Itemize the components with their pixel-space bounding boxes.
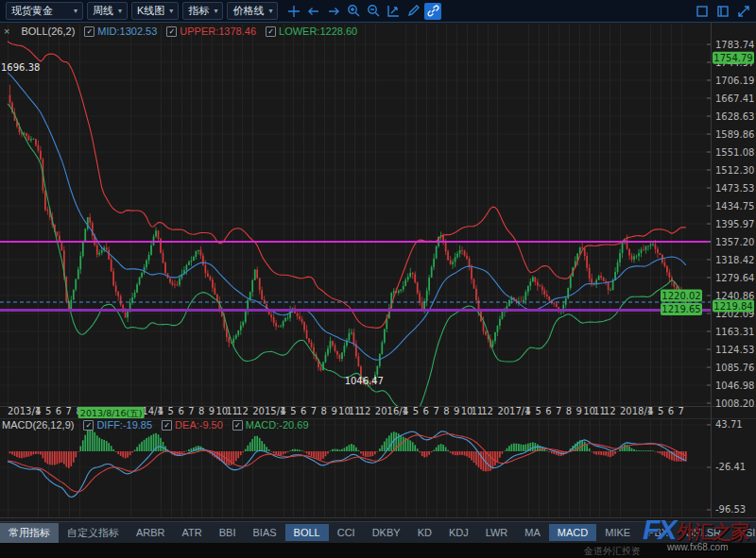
svg-text:5: 5 [658,406,663,416]
top-toolbar: 现货黄金 ▾ 周线 ▾ K线图 ▾ 指标 ▾ 价格线 ▾ [0,0,756,23]
checkbox-icon[interactable]: ✓ [266,26,276,37]
fullscreen-icon[interactable] [735,3,752,20]
svg-text:12: 12 [604,406,616,416]
chart-canvas[interactable]: 1783.741744.971706.191667.411628.631589.… [0,0,756,558]
svg-text:1628.63: 1628.63 [715,111,754,122]
indicator-tab-常用指标[interactable]: 常用指标 [0,523,59,543]
svg-text:6: 6 [56,406,61,416]
svg-text:1220.02: 1220.02 [662,291,700,301]
price-line-select-label: 价格线 [232,4,264,18]
svg-text:7: 7 [66,406,72,416]
macd-legend: MACD(26,12,9) ✓ DIFF:-19.85 ✓ DEA:-9.50 … [2,419,309,431]
boll-lower-value: LOWER:1228.60 [279,25,357,37]
close-icon[interactable]: × [4,25,9,37]
checkbox-icon[interactable]: ✓ [84,26,94,37]
indicator-tab-KDJ[interactable]: KDJ [440,524,477,541]
indicator-tab-BIAS[interactable]: BIAS [244,524,284,541]
macd-hist-value: MACD:-20.69 [246,419,309,431]
indicator-select-label: 指标 [188,4,209,18]
svg-text:43.71: 43.71 [715,419,743,430]
svg-text:4: 4 [158,406,163,416]
svg-text:1783.74: 1783.74 [715,40,754,50]
svg-text:1473.53: 1473.53 [715,183,754,194]
svg-text:7: 7 [311,406,317,416]
chevron-down-icon: ▾ [268,8,272,15]
axis-scale-icon[interactable] [385,3,402,20]
period-select-label: 周线 [93,4,113,18]
svg-text:7: 7 [433,406,438,416]
macd-diff-toggle[interactable]: ✓ DIFF:-19.85 [83,419,152,431]
symbol-select-label: 现货黄金 [11,4,53,18]
svg-text:1163.31: 1163.31 [715,327,754,337]
svg-text:1219.65: 1219.65 [662,304,700,314]
symbol-select[interactable]: 现货黄金 ▾ [6,2,83,20]
indicator-tab-MA[interactable]: MA [516,524,549,541]
svg-text:9: 9 [331,406,336,416]
svg-text:2013/8/16(五): 2013/8/16(五) [80,408,143,418]
toolbar-icon-group [285,3,441,20]
trading-app-window: 1783.741744.971706.191667.411628.631589.… [0,0,756,558]
indicator-tab-MACD[interactable]: MACD [549,524,596,541]
macd-dea-value: DEA:-9.50 [175,419,223,431]
svg-text:4: 4 [403,406,408,416]
macd-dea-toggle[interactable]: ✓ DEA:-9.50 [162,419,223,431]
chevron-down-icon: ▾ [169,8,173,15]
checkbox-icon[interactable]: ✓ [232,420,243,431]
link-icon[interactable] [424,3,441,20]
indicator-tab-自定义指标[interactable]: 自定义指标 [59,523,128,543]
svg-text:5: 5 [535,406,541,416]
indicator-tab-LWR[interactable]: LWR [477,524,517,541]
svg-text:1395.97: 1395.97 [715,219,754,229]
zoom-out-icon[interactable] [365,3,382,20]
boll-lower-toggle[interactable]: ✓ LOWER:1228.60 [266,25,357,37]
svg-text:7: 7 [679,406,684,416]
svg-text:4: 4 [525,406,531,416]
svg-text:1706.19: 1706.19 [715,76,754,86]
svg-text:7: 7 [188,406,194,416]
indicator-tab-KD[interactable]: KD [409,524,440,541]
svg-text:1667.41: 1667.41 [715,93,754,104]
logo-fx: FX [643,517,675,542]
arrow-left-icon[interactable] [305,3,322,20]
svg-text:9: 9 [454,406,459,416]
crosshair-icon[interactable] [285,3,302,20]
svg-text:8: 8 [198,406,204,416]
svg-text:-26.41: -26.41 [715,462,746,472]
indicator-tab-ATR[interactable]: ATR [174,524,211,541]
checkbox-icon[interactable]: ✓ [83,420,94,431]
macd-hist-toggle[interactable]: ✓ MACD:-20.69 [232,419,309,431]
indicator-tab-BBI[interactable]: BBI [211,524,245,541]
svg-text:7: 7 [556,406,561,416]
pencil-icon[interactable] [404,3,421,20]
arrow-right-icon[interactable] [325,3,342,20]
toolbar-right-group [694,3,752,20]
period-select[interactable]: 周线 ▾ [87,2,128,20]
indicator-tab-MIKE[interactable]: MIKE [596,524,639,541]
panel-layout-2-icon[interactable] [714,3,731,20]
indicator-tab-CCI[interactable]: CCI [329,524,364,541]
boll-mid-toggle[interactable]: ✓ MID:1302.53 [84,25,157,37]
indicator-select[interactable]: 指标 ▾ [182,2,223,20]
svg-text:1279.64: 1279.64 [715,273,754,283]
svg-text:1046.47: 1046.47 [345,376,384,386]
svg-text:1318.42: 1318.42 [715,255,754,265]
svg-text:6: 6 [545,406,551,416]
chart-type-select[interactable]: K线图 ▾ [131,2,179,20]
svg-text:1240.86: 1240.86 [715,291,754,301]
panel-layout-icon[interactable] [694,3,711,20]
svg-text:4: 4 [280,406,285,416]
svg-text:1696.38: 1696.38 [1,62,40,73]
checkbox-icon[interactable]: ✓ [162,420,172,431]
chevron-down-icon: ▾ [118,8,122,15]
svg-text:12: 12 [236,406,249,416]
zoom-in-icon[interactable] [345,3,362,20]
indicator-tab-ARBR[interactable]: ARBR [128,524,174,541]
indicator-tab-DKBY[interactable]: DKBY [364,524,409,541]
svg-text:5: 5 [45,406,51,416]
price-line-select[interactable]: 价格线 ▾ [227,2,278,20]
indicator-tab-BOLL[interactable]: BOLL [285,524,329,541]
svg-text:9: 9 [576,406,582,416]
checkbox-icon[interactable]: ✓ [166,26,177,37]
svg-text:1512.30: 1512.30 [715,165,754,176]
boll-upper-toggle[interactable]: ✓ UPPER:1378.46 [166,25,256,37]
